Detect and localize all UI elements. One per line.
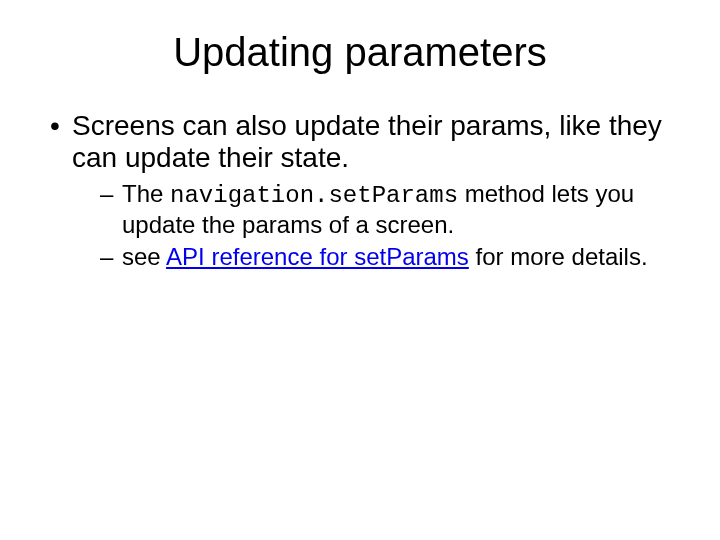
sub-bullet-2: see API reference for setParams for more… <box>100 243 680 271</box>
slide: Updating parameters Screens can also upd… <box>0 0 720 540</box>
sub-bullet-1-part-a: The <box>122 180 170 207</box>
bullet-1-text: Screens can also update their params, li… <box>72 110 662 173</box>
api-reference-link[interactable]: API reference for setParams <box>166 243 469 270</box>
sub-bullet-2-part-b: for more details. <box>469 243 648 270</box>
sub-bullet-list: The navigation.setParams method lets you… <box>72 180 680 271</box>
bullet-1: Screens can also update their params, li… <box>50 110 680 271</box>
sub-bullet-2-part-a: see <box>122 243 166 270</box>
inline-code: navigation.setParams <box>170 182 458 209</box>
sub-bullet-1: The navigation.setParams method lets you… <box>100 180 680 239</box>
slide-title: Updating parameters <box>30 30 690 75</box>
bullet-list: Screens can also update their params, li… <box>30 110 690 271</box>
